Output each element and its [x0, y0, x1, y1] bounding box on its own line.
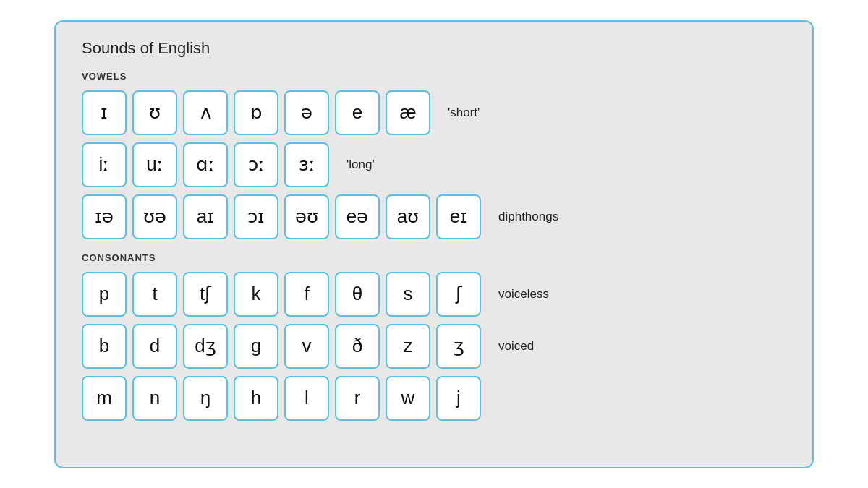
voiceless-label: voiceless — [498, 287, 549, 301]
symbol-box[interactable]: b — [82, 324, 127, 369]
symbol-box[interactable]: v — [284, 324, 329, 369]
vowels-label: VOWELS — [82, 71, 786, 82]
symbol-box[interactable]: h — [234, 376, 278, 421]
symbol-box[interactable]: əʊ — [284, 194, 329, 239]
symbol-box[interactable]: θ — [335, 272, 380, 317]
symbol-box[interactable]: ɑː — [183, 142, 228, 187]
short-label: 'short' — [448, 106, 480, 120]
consonants-label: CONSONANTS — [82, 252, 786, 263]
symbol-box[interactable]: g — [234, 324, 278, 369]
symbol-box[interactable]: aʊ — [386, 194, 430, 239]
voiced-label: voiced — [498, 339, 534, 354]
symbol-box[interactable]: f — [284, 272, 329, 317]
symbol-box[interactable]: ʊ — [132, 90, 177, 135]
symbol-box[interactable]: ə — [284, 90, 329, 135]
symbol-box[interactable]: uː — [132, 142, 177, 187]
symbol-box[interactable]: k — [234, 272, 278, 317]
symbol-box[interactable]: w — [386, 376, 430, 421]
symbol-box[interactable]: s — [386, 272, 430, 317]
voiced-row: b d dʒ g v ð z ʒ voiced — [82, 324, 786, 369]
symbol-box[interactable]: p — [82, 272, 127, 317]
diphthongs-row: ɪə ʊə aɪ ɔɪ əʊ eə aʊ eɪ diphthongs — [82, 194, 786, 239]
symbol-box[interactable]: e — [335, 90, 380, 135]
symbol-box[interactable]: ɔː — [234, 142, 278, 187]
symbol-box[interactable]: eə — [335, 194, 380, 239]
symbol-box[interactable]: n — [132, 376, 177, 421]
symbol-box[interactable]: l — [284, 376, 329, 421]
symbol-box[interactable]: ð — [335, 324, 380, 369]
symbol-box[interactable]: æ — [386, 90, 430, 135]
symbol-box[interactable]: d — [132, 324, 177, 369]
symbol-box[interactable]: ɜː — [284, 142, 329, 187]
symbol-box[interactable]: ŋ — [183, 376, 228, 421]
diphthongs-label: diphthongs — [498, 210, 558, 224]
other-consonants-row: m n ŋ h l r w j — [82, 376, 786, 421]
symbol-box[interactable]: ʌ — [183, 90, 228, 135]
symbol-box[interactable]: iː — [82, 142, 127, 187]
symbol-box[interactable]: tʃ — [183, 272, 228, 317]
symbol-box[interactable]: j — [436, 376, 481, 421]
symbol-box[interactable]: eɪ — [436, 194, 481, 239]
symbol-box[interactable]: ɒ — [234, 90, 278, 135]
symbol-box[interactable]: ɪə — [82, 194, 127, 239]
symbol-box[interactable]: z — [386, 324, 430, 369]
long-vowels-row: iː uː ɑː ɔː ɜː 'long' — [82, 142, 786, 187]
symbol-box[interactable]: dʒ — [183, 324, 228, 369]
page-title: Sounds of English — [82, 39, 786, 58]
symbol-box[interactable]: m — [82, 376, 127, 421]
symbol-box[interactable]: ʃ — [436, 272, 481, 317]
symbol-box[interactable]: ʊə — [132, 194, 177, 239]
symbol-box[interactable]: ɪ — [82, 90, 127, 135]
voiceless-row: p t tʃ k f θ s ʃ voiceless — [82, 272, 786, 317]
symbol-box[interactable]: ʒ — [436, 324, 481, 369]
symbol-box[interactable]: t — [132, 272, 177, 317]
short-vowels-row: ɪ ʊ ʌ ɒ ə e æ 'short' — [82, 90, 786, 135]
sounds-panel: Sounds of English VOWELS ɪ ʊ ʌ ɒ ə e æ '… — [54, 20, 814, 468]
symbol-box[interactable]: ɔɪ — [234, 194, 278, 239]
long-label: 'long' — [346, 158, 375, 172]
symbol-box[interactable]: r — [335, 376, 380, 421]
symbol-box[interactable]: aɪ — [183, 194, 228, 239]
